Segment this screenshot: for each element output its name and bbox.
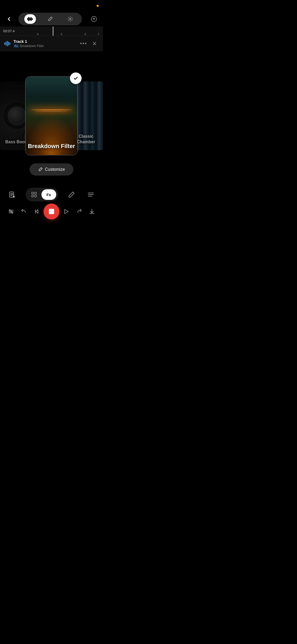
timeline-mark-7: 7 [98,33,99,36]
status-bar [0,0,103,12]
status-dot [97,5,99,7]
bottom-navigation: Fx [0,186,103,223]
undo-button[interactable] [18,206,30,217]
track-row: Track 1 Fx Breakdown Filter ••• [0,36,103,51]
waveform-mode-button[interactable] [24,14,36,24]
svg-rect-3 [31,17,32,21]
track-title: Track 1 [13,39,77,44]
mixer-button[interactable] [5,206,17,217]
transport-bar [0,203,103,223]
customize-button[interactable]: Customize [30,163,73,176]
timeline-ruler: 4 5 6 7 [26,26,103,36]
customize-pencil-icon [38,167,43,172]
bottom-tab-center: Fx [26,188,58,201]
redo-button[interactable] [73,206,85,217]
skip-back-button[interactable] [31,206,43,217]
toolbar-mode-selector [18,13,82,25]
preset-section: Bass Boost [0,73,103,176]
bottom-tab-bar: Fx [0,186,103,203]
timeline-mark-5: 5 [61,33,62,36]
svg-rect-12 [35,195,36,197]
track-more-button[interactable]: ••• [80,40,87,47]
track-effect-name: Breakdown Filter [20,44,44,48]
svg-rect-11 [32,195,34,197]
track-waveform-icon [4,41,10,46]
svg-point-5 [70,19,71,20]
svg-rect-9 [32,192,34,194]
upload-button[interactable] [89,14,99,24]
svg-rect-10 [35,192,36,194]
toolbar [0,12,103,26]
music-tab-button[interactable] [6,189,18,200]
svg-rect-0 [27,18,28,20]
preset-card-breakdown-filter[interactable]: Breakdown Filter [25,76,78,155]
breakdown-filter-label: Breakdown Filter [26,143,77,150]
settings-mode-button[interactable] [64,14,76,24]
track-info: Track 1 Fx Breakdown Filter [13,39,77,48]
svg-rect-2 [30,18,30,20]
grid-tab-button[interactable] [28,189,40,200]
track-fx-row: Fx Breakdown Filter [13,44,77,48]
customize-label: Customize [45,167,65,172]
lines-tab-button[interactable] [85,189,97,200]
current-time: 00:07.4 [3,29,15,33]
back-button[interactable] [4,14,14,24]
timeline-mark-6: 6 [84,33,86,36]
timeline-mark-4: 4 [37,33,39,36]
svg-rect-1 [29,17,29,21]
preset-carousel: Bass Boost [0,73,103,158]
track-fx-badge: Fx [13,44,19,48]
record-button[interactable] [44,204,59,219]
play-button[interactable] [60,206,72,217]
pencil-tab-button[interactable] [66,189,77,200]
download-button[interactable] [86,206,98,217]
fx-tab-button[interactable]: Fx [41,189,56,200]
timeline: 00:07.4 4 5 6 7 [0,26,103,36]
svg-rect-4 [32,18,33,20]
timeline-playhead [53,26,53,36]
pencil-mode-button[interactable] [44,14,56,24]
track-close-button[interactable] [90,39,99,48]
selected-checkmark [70,72,82,84]
fx-label: Fx [46,192,51,197]
